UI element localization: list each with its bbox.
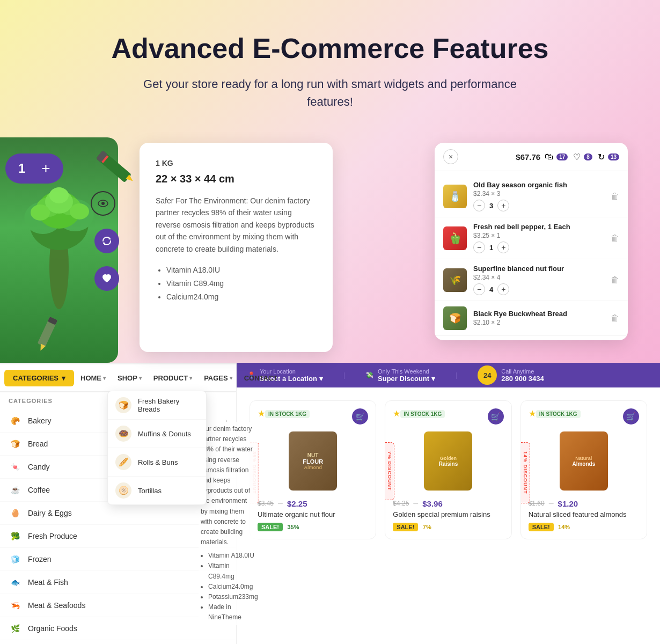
qty-plus-btn[interactable]: + xyxy=(497,241,509,253)
category-label: Candy xyxy=(28,463,49,471)
product-prices: $1.60 – $1.20 xyxy=(529,499,639,508)
product-grid: 35% DISCOUNT ★ 🛒 IN STOCK 1KG NUT FLOUR … xyxy=(237,387,660,552)
cart-item-name: Fresh red bell pepper, 1 Each xyxy=(473,223,604,231)
product-info-card: 1 KG 22 × 33 × 44 cm Safer For The Envir… xyxy=(140,143,333,352)
hero-section: Advanced E-Commerce Features Get your st… xyxy=(0,0,660,121)
nav-item-home[interactable]: HOME ▾ xyxy=(75,370,111,386)
cart-compare-icon: ↻ xyxy=(598,152,605,162)
cart-item: 🍞 Black Rye Buckwheat Bread $2.10 × 2 🗑 xyxy=(435,301,628,336)
old-price: $3.45 xyxy=(258,500,274,507)
store-discount[interactable]: 💸 Only This Weekend Super Discount ▾ xyxy=(365,368,435,383)
product-image: Golden Raisins xyxy=(393,429,503,493)
qty-minus-btn[interactable]: − xyxy=(473,283,485,295)
quantity-counter[interactable]: 1 + xyxy=(5,153,63,184)
cart-item-name: Black Rye Buckwheat Bread xyxy=(473,310,604,318)
new-price: $3.96 xyxy=(422,499,443,508)
cart-item-delete-btn[interactable]: 🗑 xyxy=(611,233,619,243)
bread-icon: 🍞 xyxy=(9,437,21,450)
submenu-overlay: 🍞 Fresh Bakery Breads 🍩 Muffins & Donuts… xyxy=(107,391,207,505)
cart-item-delete-btn[interactable]: 🗑 xyxy=(611,313,619,323)
hero-title: Advanced E-Commerce Features xyxy=(21,32,639,64)
stock-badge: IN STOCK 1KG xyxy=(265,408,310,418)
submenu-item-fresh-bakery[interactable]: 🍞 Fresh Bakery Breads xyxy=(108,391,206,420)
product-name: Natural sliced featured almonds xyxy=(529,510,639,518)
cart-item-qty: − 1 + xyxy=(473,241,604,253)
cart-item-img: 🫑 xyxy=(443,226,467,250)
submenu-item-rolls[interactable]: 🥖 Rolls & Buns xyxy=(108,448,206,477)
qty-minus-btn[interactable]: − xyxy=(473,200,485,211)
star-icon: ★ xyxy=(529,408,536,419)
dairy-icon: 🥚 xyxy=(9,507,21,519)
cart-icon-group: 🛍 17 ♡ 8 ↻ 13 xyxy=(545,152,619,162)
submenu-item-label: Rolls & Buns xyxy=(138,458,178,466)
product-card-1: 35% DISCOUNT ★ 🛒 IN STOCK 1KG NUT FLOUR … xyxy=(250,400,376,539)
submenu-item-muffins[interactable]: 🍩 Muffins & Donuts xyxy=(108,420,206,448)
discount-value[interactable]: Super Discount ▾ xyxy=(378,375,435,383)
cart-heart-icon: ♡ xyxy=(573,152,581,162)
product-image: NUT FLOUR Almond xyxy=(258,429,368,493)
add-to-cart-btn[interactable]: 🛒 xyxy=(623,408,639,425)
view-icon[interactable] xyxy=(91,191,115,216)
seafood-icon: 🦐 xyxy=(9,599,21,612)
counter-value: 1 xyxy=(18,161,25,176)
cart-bag-icon: 🛍 xyxy=(545,152,553,162)
category-label: Organic Foods xyxy=(28,624,77,633)
cart-item-qty: − 4 + xyxy=(473,283,604,295)
cart-item-info: Superfine blanced nut flour $2.34 × 4 − … xyxy=(473,265,604,295)
overlay-product-desc: Our denim factory partner recycles 98% o… xyxy=(199,422,258,625)
qty-minus-btn[interactable]: − xyxy=(473,241,485,253)
product-grid-section: 📍 Your Location Select a Location ▾ | 💸 … xyxy=(236,363,660,644)
product-weight: 1 KG xyxy=(156,159,317,167)
qty-plus-btn[interactable]: + xyxy=(497,283,509,295)
nav-item-product[interactable]: PRODUCT ▾ xyxy=(148,370,197,386)
nav-item-pages[interactable]: PAGES ▾ xyxy=(199,370,238,386)
cart-item: 🧂 Old Bay season organic fish $2.34 × 3 … xyxy=(435,175,628,217)
chevron-down-icon: ▾ xyxy=(230,375,232,381)
refresh-icon[interactable] xyxy=(94,229,119,253)
bullet-1: Vitamin A18.0IU xyxy=(166,264,317,277)
divider: | xyxy=(456,371,457,379)
counter-plus-btn[interactable]: + xyxy=(41,160,50,177)
store-phone: 24 Call Anytime 280 900 3434 xyxy=(478,365,544,385)
cart-item-delete-btn[interactable]: 🗑 xyxy=(611,275,619,285)
cart-item-info: Old Bay season organic fish $2.34 × 3 − … xyxy=(473,181,604,211)
categories-chevron-icon: ▾ xyxy=(62,374,65,382)
category-item-snacks[interactable]: 🍪 Snacks xyxy=(0,640,236,644)
meat-icon: 🐟 xyxy=(9,576,21,589)
product-img-placeholder: NUT FLOUR Almond xyxy=(289,431,337,491)
nav-item-contact[interactable]: CONTACT xyxy=(239,370,283,386)
old-price: $4.25 xyxy=(393,500,409,507)
discount-ribbon: 7% DISCOUNT xyxy=(385,442,394,500)
qty-plus-btn[interactable]: + xyxy=(497,200,509,211)
new-price: $1.20 xyxy=(558,499,578,508)
sale-badge: SALE! xyxy=(258,523,283,531)
organic-icon: 🌿 xyxy=(9,622,21,635)
sale-badge: SALE! xyxy=(393,523,418,531)
wishlist-icon[interactable] xyxy=(94,266,119,291)
nav-item-shop[interactable]: SHOP ▾ xyxy=(112,370,147,386)
product-prices: $4.25 – $3.96 xyxy=(393,499,503,508)
categories-title: CATEGORIES xyxy=(9,398,53,404)
categories-dropdown-btn[interactable]: CATEGORIES ▾ xyxy=(4,370,74,386)
svg-point-12 xyxy=(31,204,50,221)
chevron-down-icon: ▾ xyxy=(189,375,192,381)
qty-value: 4 xyxy=(489,286,493,294)
category-label: Bakery xyxy=(28,416,52,425)
compare-count-badge: 13 xyxy=(608,153,619,160)
price-separator: – xyxy=(413,499,418,508)
svg-point-13 xyxy=(70,203,89,219)
add-to-cart-btn[interactable]: 🛒 xyxy=(488,408,504,425)
svg-point-14 xyxy=(49,187,69,203)
cart-count-badge: 17 xyxy=(556,153,568,160)
bottom-section: CATEGORIES ▾ HOME ▾ SHOP ▾ PRODUCT ▾ PAG… xyxy=(0,363,660,644)
cart-close-btn[interactable]: × xyxy=(443,149,458,164)
stock-label: IN STOCK 1KG xyxy=(400,410,445,418)
stock-label: IN STOCK 1KG xyxy=(265,410,310,418)
submenu-item-tortillas[interactable]: 🫓 Tortillas xyxy=(108,477,206,504)
cart-item-img: 🌾 xyxy=(443,268,467,292)
add-to-cart-btn[interactable]: 🛒 xyxy=(352,408,368,425)
chevron-down-icon: ▾ xyxy=(319,375,323,383)
cart-item-delete-btn[interactable]: 🗑 xyxy=(611,192,619,201)
product-img-placeholder: Natural Almonds xyxy=(560,431,608,491)
discount-icon: 💸 xyxy=(365,371,373,379)
